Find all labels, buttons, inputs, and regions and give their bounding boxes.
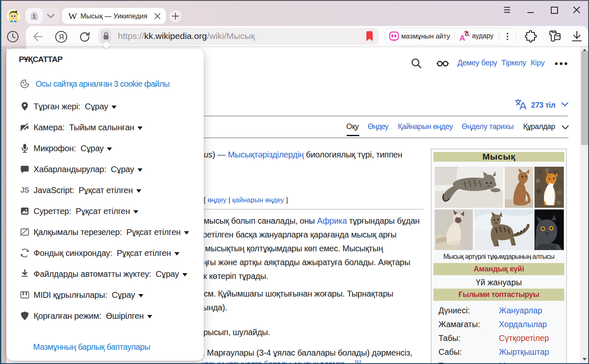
svg-text:1: 1 [32, 13, 36, 20]
svg-text:Я: Я [59, 33, 64, 41]
